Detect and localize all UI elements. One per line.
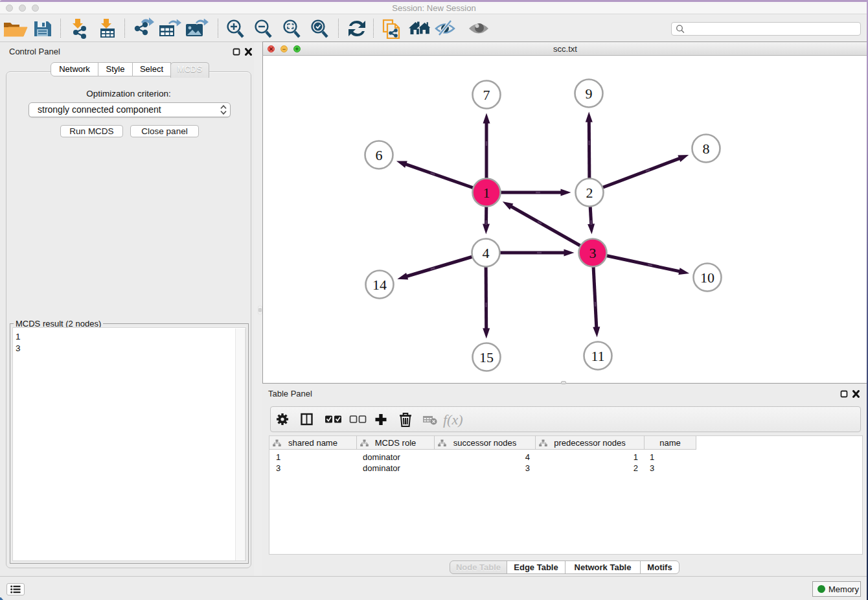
svg-text:4: 4 xyxy=(483,245,490,261)
svg-text:7: 7 xyxy=(483,87,490,103)
svg-text:14: 14 xyxy=(372,277,387,293)
svg-text:3: 3 xyxy=(589,245,597,261)
svg-text:6: 6 xyxy=(376,147,383,163)
svg-text:10: 10 xyxy=(700,270,714,286)
svg-text:15: 15 xyxy=(479,349,494,365)
svg-text:8: 8 xyxy=(703,141,710,157)
svg-text:11: 11 xyxy=(591,348,604,364)
svg-text:f(x): f(x) xyxy=(443,411,463,428)
svg-text:1: 1 xyxy=(483,185,490,201)
svg-text:9: 9 xyxy=(586,86,593,102)
svg-text:2: 2 xyxy=(586,185,593,201)
